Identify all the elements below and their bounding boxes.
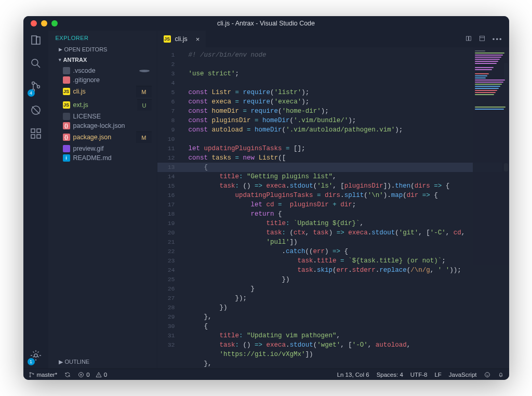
svg-point-3 bbox=[37, 86, 39, 88]
project-section[interactable]: ▾ ANTRAX bbox=[48, 55, 157, 65]
svg-rect-12 bbox=[480, 36, 484, 41]
encoding[interactable]: UTF-8 bbox=[410, 372, 428, 378]
chevron-right-icon: ▶ bbox=[59, 359, 63, 365]
indentation[interactable]: Spaces: 4 bbox=[377, 372, 403, 378]
svg-point-14 bbox=[30, 376, 31, 377]
tab-label: cli.js bbox=[175, 35, 188, 43]
svg-rect-6 bbox=[31, 135, 35, 138]
file-tree-item[interactable]: {}package-lock.json bbox=[61, 121, 154, 130]
app-window: cli.js - Antrax - Visual Studio Code 4 bbox=[23, 16, 509, 380]
cursor-position[interactable]: Ln 13, Col 6 bbox=[337, 372, 369, 378]
close-window-button[interactable] bbox=[31, 20, 37, 27]
scm-badge: 4 bbox=[28, 89, 35, 97]
minimap[interactable] bbox=[473, 47, 509, 368]
svg-point-13 bbox=[30, 372, 31, 373]
img-file-icon bbox=[63, 145, 70, 152]
settings-icon[interactable]: 1 bbox=[30, 349, 42, 363]
minimize-window-button[interactable] bbox=[41, 20, 47, 27]
editor-group: JS cli.js × ••• 1234567 bbox=[157, 31, 509, 368]
folder-file-icon bbox=[63, 67, 70, 74]
split-editor-icon[interactable] bbox=[466, 35, 472, 43]
js-file-icon: JS bbox=[63, 88, 70, 95]
more-actions-icon[interactable]: ••• bbox=[493, 35, 503, 43]
git-file-icon bbox=[63, 76, 70, 84]
code-content: #! /usr/bin/env node 'use strict'; const… bbox=[157, 47, 509, 368]
git-branch-indicator[interactable]: master* bbox=[29, 372, 58, 378]
file-name: preview.gif bbox=[73, 145, 104, 152]
current-line-highlight bbox=[157, 163, 502, 172]
eol[interactable]: LF bbox=[434, 372, 441, 378]
file-status bbox=[139, 69, 150, 72]
svg-point-17 bbox=[485, 372, 489, 377]
svg-rect-10 bbox=[466, 36, 468, 41]
file-status: U bbox=[137, 99, 152, 111]
file-tree-item[interactable]: .vscode bbox=[61, 66, 154, 75]
svg-point-0 bbox=[32, 59, 38, 65]
problems-indicator[interactable]: 0 0 bbox=[78, 372, 107, 378]
search-icon[interactable] bbox=[30, 57, 42, 71]
language-mode[interactable]: JavaScript bbox=[449, 372, 477, 378]
svg-rect-7 bbox=[37, 135, 41, 138]
file-name: LICENSE bbox=[73, 113, 101, 120]
open-editors-section[interactable]: ▶ OPEN EDITORS bbox=[48, 44, 157, 55]
close-tab-icon[interactable]: × bbox=[196, 35, 200, 43]
feedback-icon[interactable] bbox=[484, 372, 490, 378]
file-tree-item[interactable]: {}package.jsonM bbox=[61, 130, 154, 144]
tab-bar: JS cli.js × ••• bbox=[157, 31, 509, 47]
tab-cli-js[interactable]: JS cli.js × bbox=[157, 31, 206, 47]
sync-indicator[interactable] bbox=[64, 372, 71, 378]
svg-rect-5 bbox=[31, 129, 35, 133]
chevron-down-icon: ▾ bbox=[59, 57, 61, 62]
activity-bar: 4 1 bbox=[23, 31, 48, 368]
file-status: M bbox=[136, 131, 151, 143]
debug-icon[interactable] bbox=[30, 104, 42, 118]
notifications-icon[interactable] bbox=[498, 372, 504, 378]
file-name: package-lock.json bbox=[73, 122, 125, 129]
file-tree-item[interactable]: iREADME.md bbox=[61, 153, 154, 163]
svg-point-9 bbox=[34, 354, 37, 357]
js-file-icon: JS bbox=[63, 101, 70, 109]
svg-rect-11 bbox=[469, 36, 471, 41]
traffic-lights bbox=[23, 20, 58, 27]
file-tree: .vscode.gitignoreJScli.jsMJSext.jsULICEN… bbox=[48, 65, 157, 164]
md-file-icon: i bbox=[63, 154, 70, 162]
settings-badge: 1 bbox=[28, 358, 35, 365]
toggle-layout-icon[interactable] bbox=[479, 35, 485, 43]
titlebar: cli.js - Antrax - Visual Studio Code bbox=[23, 16, 509, 31]
file-name: package.json bbox=[73, 134, 112, 141]
file-tree-item[interactable]: JSext.jsU bbox=[61, 98, 154, 112]
outline-section[interactable]: ▶ OUTLINE bbox=[48, 355, 157, 368]
file-status: M bbox=[136, 86, 151, 97]
svg-rect-8 bbox=[37, 129, 41, 133]
file-name: README.md bbox=[73, 154, 112, 162]
svg-point-1 bbox=[32, 82, 34, 85]
js-file-icon: JS bbox=[164, 35, 171, 43]
file-name: .gitignore bbox=[73, 76, 100, 84]
file-tree-item[interactable]: JScli.jsM bbox=[61, 85, 154, 98]
file-tree-item[interactable]: .gitignore bbox=[61, 75, 154, 85]
sidebar-title: EXPLORER bbox=[48, 31, 157, 44]
source-control-icon[interactable]: 4 bbox=[30, 81, 42, 95]
zoom-window-button[interactable] bbox=[51, 20, 58, 27]
json-file-icon: {} bbox=[63, 134, 70, 141]
file-name: ext.js bbox=[73, 101, 88, 109]
status-bar: master* 0 0 Ln 13, Col 6 Spaces: 4 UTF-8… bbox=[23, 368, 509, 380]
extensions-icon[interactable] bbox=[30, 127, 42, 141]
explorer-sidebar: EXPLORER ▶ OPEN EDITORS ▾ ANTRAX .vscode… bbox=[48, 31, 157, 368]
file-tree-item[interactable]: preview.gif bbox=[61, 144, 154, 153]
json-file-icon: {} bbox=[63, 122, 70, 129]
line-number-gutter: 1234567891011121314151617181920212223242… bbox=[157, 50, 181, 350]
txt-file-icon bbox=[63, 113, 70, 120]
chevron-right-icon: ▶ bbox=[59, 47, 62, 52]
file-tree-item[interactable]: LICENSE bbox=[61, 112, 154, 121]
window-title: cli.js - Antrax - Visual Studio Code bbox=[23, 20, 509, 27]
file-name: cli.js bbox=[73, 88, 86, 95]
explorer-icon[interactable] bbox=[30, 34, 42, 48]
code-editor[interactable]: 1234567891011121314151617181920212223242… bbox=[157, 47, 509, 368]
file-name: .vscode bbox=[73, 67, 96, 74]
